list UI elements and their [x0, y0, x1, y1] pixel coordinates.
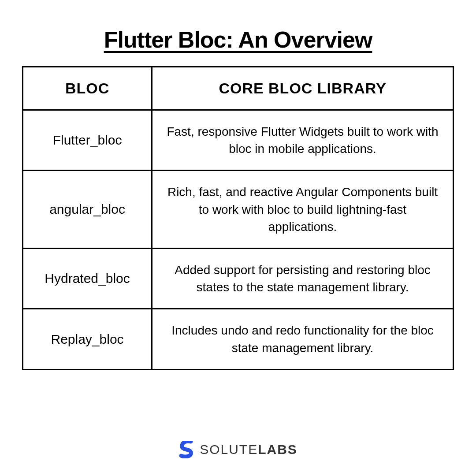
cell-bloc-name: Hydrated_bloc [23, 248, 152, 309]
table-header-row: BLOC CORE BLOC LIBRARY [23, 67, 454, 110]
cell-bloc-desc: Fast, responsive Flutter Widgets built t… [152, 110, 454, 171]
footer-brand: SOLUTELABS [178, 423, 298, 458]
table-row: Flutter_bloc Fast, responsive Flutter Wi… [23, 110, 454, 171]
header-bloc: BLOC [23, 67, 152, 110]
brand-part2: LABS [258, 442, 298, 457]
cell-bloc-name: Flutter_bloc [23, 110, 152, 171]
table-row: Hydrated_bloc Added support for persisti… [23, 248, 454, 309]
brand-part1: SOLUTE [200, 442, 258, 457]
solutelabs-logo-icon [178, 441, 194, 458]
cell-bloc-name: angular_bloc [23, 171, 152, 249]
table-row: Replay_bloc Includes undo and redo funct… [23, 309, 454, 369]
cell-bloc-name: Replay_bloc [23, 309, 152, 369]
cell-bloc-desc: Added support for persisting and restori… [152, 248, 454, 309]
page-title: Flutter Bloc: An Overview [104, 26, 372, 53]
table-row: angular_bloc Rich, fast, and reactive An… [23, 171, 454, 249]
header-core-library: CORE BLOC LIBRARY [152, 67, 454, 110]
brand-name: SOLUTELABS [200, 442, 298, 457]
bloc-overview-table: BLOC CORE BLOC LIBRARY Flutter_bloc Fast… [22, 66, 454, 370]
cell-bloc-desc: Includes undo and redo functionality for… [152, 309, 454, 369]
cell-bloc-desc: Rich, fast, and reactive Angular Compone… [152, 171, 454, 249]
